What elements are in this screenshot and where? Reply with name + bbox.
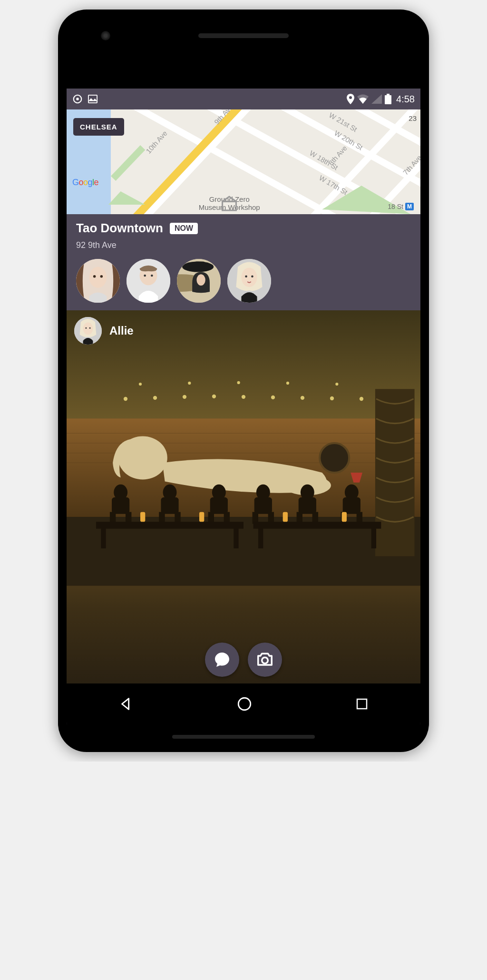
svg-point-40 <box>183 395 186 399</box>
phone-frame: 4:58 <box>58 10 429 752</box>
map-attribution: Google <box>72 178 98 188</box>
svg-point-96 <box>85 327 87 329</box>
battery-icon <box>385 94 391 104</box>
svg-point-33 <box>245 276 247 278</box>
chat-button[interactable] <box>205 643 239 677</box>
nav-recent-button[interactable] <box>355 697 369 711</box>
svg-point-98 <box>262 657 268 663</box>
svg-point-95 <box>83 323 93 335</box>
avatar[interactable] <box>177 259 221 303</box>
phone-bezel-top <box>67 18 420 89</box>
svg-rect-69 <box>210 497 228 514</box>
svg-point-99 <box>238 698 251 710</box>
svg-point-58 <box>320 443 349 473</box>
nav-home-button[interactable] <box>236 696 253 712</box>
phone-inner: 4:58 <box>67 18 420 743</box>
svg-point-43 <box>271 396 275 399</box>
venue-address: 92 9th Ave <box>76 240 411 250</box>
svg-point-19 <box>89 267 107 288</box>
camera-button[interactable] <box>248 643 282 677</box>
svg-point-38 <box>124 397 127 401</box>
venue-name[interactable]: Tao Downtown <box>76 221 163 236</box>
post-card[interactable]: Allie <box>67 310 420 683</box>
svg-rect-87 <box>253 522 381 528</box>
map-poi-label: Ground ZeroMuseum Workshop <box>199 196 260 211</box>
now-badge: NOW <box>170 223 198 234</box>
avatar[interactable] <box>127 259 170 303</box>
avatar[interactable] <box>76 259 120 303</box>
nav-back-button[interactable] <box>118 696 134 712</box>
svg-point-24 <box>144 275 146 277</box>
attendee-avatars <box>76 259 411 303</box>
venue-header: Tao Downtown NOW 92 9th Ave <box>67 214 420 310</box>
picture-icon <box>88 94 98 104</box>
svg-rect-17 <box>223 201 236 210</box>
svg-rect-86 <box>234 529 238 548</box>
svg-rect-4 <box>385 95 391 104</box>
post-author-name[interactable]: Allie <box>109 324 134 337</box>
status-time: 4:58 <box>396 94 415 105</box>
svg-point-51 <box>335 383 338 386</box>
svg-rect-89 <box>371 529 376 548</box>
app-screen: 4:58 <box>67 89 420 724</box>
svg-rect-90 <box>140 512 145 522</box>
svg-rect-84 <box>96 522 244 528</box>
svg-rect-85 <box>101 529 106 548</box>
phone-speaker-top <box>198 33 289 38</box>
svg-rect-81 <box>343 497 360 514</box>
svg-point-46 <box>360 397 363 401</box>
svg-point-47 <box>139 383 142 386</box>
phone-bezel-bottom <box>67 724 420 743</box>
phone-speaker-bottom <box>172 735 315 739</box>
post-author-avatar[interactable] <box>74 317 102 345</box>
action-row <box>205 643 282 677</box>
status-bar: 4:58 <box>67 89 420 109</box>
svg-point-45 <box>330 396 334 400</box>
android-nav-bar <box>67 683 420 724</box>
phone-camera <box>101 31 110 40</box>
map-view[interactable]: 10th Ave 9th Ave 8th Ave 7th Ave W 21st … <box>67 109 420 214</box>
svg-rect-92 <box>283 512 288 522</box>
svg-rect-77 <box>299 497 316 514</box>
svg-point-44 <box>301 396 304 400</box>
svg-point-97 <box>89 327 91 329</box>
svg-rect-93 <box>342 512 347 522</box>
svg-rect-2 <box>88 95 97 103</box>
svg-point-25 <box>151 275 153 277</box>
wifi-icon <box>357 94 369 104</box>
svg-point-49 <box>237 381 240 384</box>
svg-point-48 <box>188 382 191 385</box>
svg-rect-88 <box>258 529 263 548</box>
neighborhood-chip[interactable]: CHELSEA <box>73 118 124 136</box>
svg-rect-61 <box>112 497 129 514</box>
svg-point-34 <box>251 276 253 278</box>
svg-point-32 <box>241 267 257 287</box>
post-header: Allie <box>74 317 134 345</box>
svg-rect-59 <box>375 389 415 556</box>
location-icon <box>347 94 354 104</box>
svg-rect-3 <box>387 94 390 95</box>
signal-icon <box>371 94 382 104</box>
svg-point-21 <box>100 275 103 278</box>
svg-rect-65 <box>161 497 178 514</box>
map-marker-count: 23 <box>409 114 417 122</box>
svg-point-30 <box>196 274 205 286</box>
svg-rect-73 <box>254 497 272 514</box>
svg-rect-100 <box>357 699 367 709</box>
svg-point-42 <box>242 395 245 399</box>
svg-rect-29 <box>194 262 206 270</box>
svg-point-1 <box>76 98 79 100</box>
map-subway-label: 18 StM <box>388 203 414 210</box>
svg-point-20 <box>93 275 96 278</box>
avatar[interactable] <box>227 259 271 303</box>
svg-point-39 <box>153 396 157 400</box>
svg-point-50 <box>286 382 289 385</box>
svg-point-41 <box>212 395 216 398</box>
app-pin-icon <box>72 94 83 104</box>
svg-rect-91 <box>199 512 204 522</box>
